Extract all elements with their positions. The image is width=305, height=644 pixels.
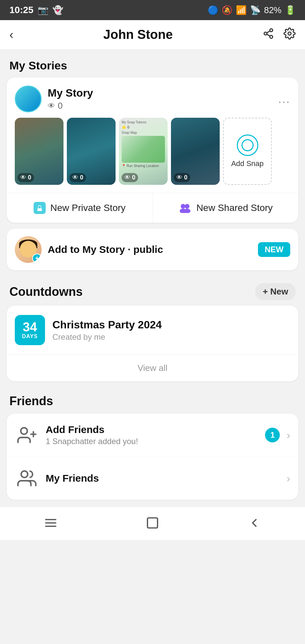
add-friends-chevron: › [287, 429, 290, 441]
add-friends-text: Add Friends 1 Snapchatter added you! [46, 424, 258, 446]
battery-icon: 🔋 [285, 5, 296, 15]
status-time: 10:25 [9, 5, 34, 15]
svg-point-7 [185, 204, 189, 209]
countdown-info: Christmas Party 2024 Created by me [52, 319, 290, 342]
story-thumbnails: 👁 0 👁 0 My Snap Tokens 🌟 0 Snap Map 📍 Ru… [7, 118, 298, 193]
countdowns-title: Countdowns [9, 285, 83, 299]
nav-home-button[interactable] [146, 516, 159, 531]
add-friends-item[interactable]: Add Friends 1 Snapchatter added you! 1 › [7, 414, 298, 457]
add-friends-badge: 1 [265, 428, 280, 442]
new-countdown-button[interactable]: + New [255, 283, 296, 300]
bitmoji-avatar: + [15, 236, 42, 263]
settings-icon[interactable] [284, 28, 296, 42]
story-name: My Story [48, 87, 272, 99]
add-friends-sub: 1 Snapchatter added you! [46, 437, 258, 446]
svg-point-5 [288, 32, 291, 35]
new-shared-story-button[interactable]: New Shared Story [153, 193, 299, 223]
thumb-overlay-1: 👁 0 [17, 173, 34, 182]
view-all-button[interactable]: View all [7, 355, 298, 381]
story-thumb-2[interactable]: 👁 0 [67, 118, 116, 185]
my-friends-text: My Friends [46, 473, 280, 484]
story-thumb-1[interactable]: 👁 0 [15, 118, 63, 185]
new-badge: NEW [258, 242, 290, 257]
thumb-eye-1: 👁 [20, 174, 26, 181]
status-left: 10:25 📷 👻 [9, 5, 63, 15]
thumb-count-1: 0 [28, 174, 31, 181]
nav-back-button[interactable] [248, 516, 261, 531]
nav-menu-button[interactable] [44, 516, 57, 531]
signal-icon: 📡 [250, 5, 261, 15]
svg-line-4 [267, 31, 270, 33]
my-friends-icon [15, 466, 39, 490]
add-friends-name: Add Friends [46, 424, 258, 435]
bitmoji-add-badge: + [32, 254, 42, 263]
add-to-story-label: Add to My Story · public [48, 244, 252, 255]
countdown-name: Christmas Party 2024 [52, 319, 290, 331]
thumb-eye-3: 👁 [124, 174, 130, 181]
thumb-overlay-3: 👁 0 [122, 173, 138, 182]
countdowns-header: Countdowns + New [0, 276, 305, 306]
thumb-count-3: 0 [132, 174, 135, 181]
status-bar: 10:25 📷 👻 🔵 🔕 📶 📡 82% 🔋 [0, 0, 305, 20]
shared-story-label: New Shared Story [197, 203, 273, 213]
my-story-header: My Story 👁 0 ... [7, 77, 298, 118]
friends-card: Add Friends 1 Snapchatter added you! 1 ›… [7, 414, 298, 500]
battery-text: 82% [264, 5, 281, 15]
countdown-number: 34 [23, 321, 37, 333]
story-info: My Story 👁 0 [48, 87, 272, 111]
thumb-eye-2: 👁 [72, 174, 78, 181]
nav-bar [0, 506, 305, 540]
map-preview [122, 136, 165, 163]
countdown-box: 34 DAYS [15, 315, 45, 345]
ghost-status-icon: 👻 [52, 5, 63, 15]
my-friends-item[interactable]: My Friends › [7, 457, 298, 500]
wifi-icon: 📶 [236, 5, 247, 15]
thumb-overlay-2: 👁 0 [70, 173, 86, 182]
thumb-overlay-4: 👁 0 [174, 173, 190, 182]
countdown-sub: Created by me [52, 332, 290, 342]
thumb-count-4: 0 [184, 174, 187, 181]
add-snap-label: Add Snap [231, 159, 264, 168]
header-icons [263, 28, 296, 42]
countdown-item[interactable]: 34 DAYS Christmas Party 2024 Created by … [7, 306, 298, 355]
add-to-story-card[interactable]: + Add to My Story · public NEW [7, 229, 298, 270]
main-content: My Stories My Story 👁 0 ... 👁 0 [0, 50, 305, 500]
story-thumb-4[interactable]: 👁 0 [171, 118, 220, 185]
new-private-story-button[interactable]: New Private Story [7, 193, 153, 223]
app-header: ‹ John Stone [0, 20, 305, 50]
camera-icon [237, 135, 258, 156]
status-right: 🔵 🔕 📶 📡 82% 🔋 [208, 5, 296, 15]
view-count: 0 [58, 101, 62, 111]
my-friends-chevron: › [287, 472, 290, 485]
thumb-count-2: 0 [80, 174, 83, 181]
people-icon [178, 202, 192, 214]
story-avatar[interactable] [15, 86, 42, 112]
camera-status-icon: 📷 [38, 5, 48, 15]
svg-point-13 [21, 471, 28, 477]
story-views: 👁 0 [48, 101, 272, 111]
svg-rect-18 [147, 518, 158, 528]
countdown-card: 34 DAYS Christmas Party 2024 Created by … [7, 306, 298, 381]
lock-icon [34, 202, 46, 214]
my-friends-name: My Friends [46, 473, 280, 484]
my-stories-title: My Stories [0, 50, 305, 77]
svg-point-10 [21, 428, 27, 434]
share-icon[interactable] [263, 28, 274, 42]
svg-point-6 [181, 204, 185, 209]
camera-inner-icon [242, 139, 254, 151]
friends-title: Friends [0, 387, 305, 414]
more-button[interactable]: ... [278, 92, 290, 106]
story-thumb-3[interactable]: My Snap Tokens 🌟 0 Snap Map 📍 Run Sharin… [119, 118, 168, 185]
eye-icon: 👁 [48, 102, 55, 110]
countdown-days-label: DAYS [22, 333, 38, 339]
svg-line-3 [267, 34, 270, 36]
add-snap-button[interactable]: Add Snap [223, 118, 272, 185]
add-friend-icon [15, 423, 39, 447]
thumb-eye-4: 👁 [176, 174, 182, 181]
page-title: John Stone [103, 28, 173, 42]
mute-icon: 🔕 [222, 5, 232, 15]
back-button[interactable]: ‹ [9, 28, 13, 42]
private-story-label: New Private Story [50, 203, 126, 213]
action-row: New Private Story New Shared Story [7, 193, 298, 223]
bluetooth-icon: 🔵 [208, 5, 218, 15]
